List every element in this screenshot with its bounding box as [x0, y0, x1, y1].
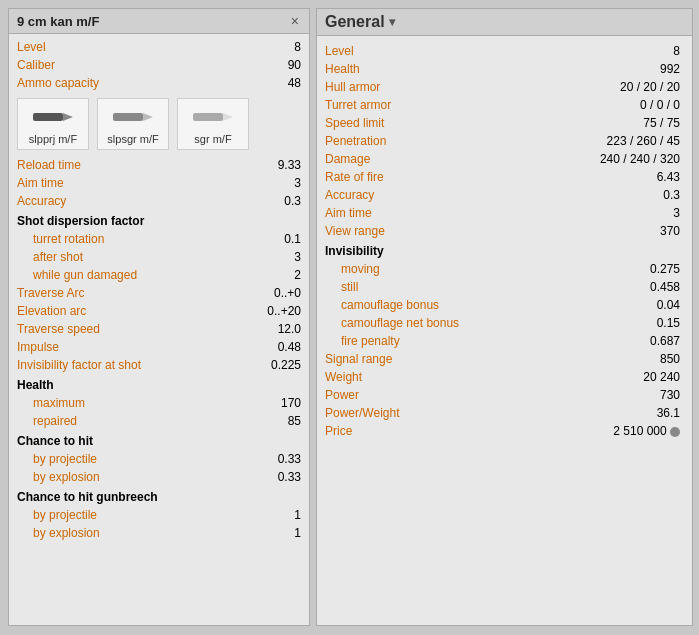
right-panel-header: General ▾ — [317, 9, 692, 36]
stat-value: 36.1 — [657, 406, 680, 420]
stat-row: Weight20 240 — [325, 368, 680, 386]
stat-row: Damage240 / 240 / 320 — [325, 150, 680, 168]
stat-row: Accuracy0.3 — [17, 192, 301, 210]
left-arc-stats: Traverse Arc0..+0Elevation arc0..+20Trav… — [17, 284, 301, 374]
stat-label: fire penalty — [341, 334, 400, 348]
stat-row: Signal range850 — [325, 350, 680, 368]
stat-row: maximum170 — [33, 394, 301, 412]
stat-label: Aim time — [17, 176, 64, 190]
stat-value: 223 / 260 / 45 — [607, 134, 680, 148]
stat-row: moving0.275 — [341, 260, 680, 278]
stat-row: Health992 — [325, 60, 680, 78]
stat-row: by projectile1 — [33, 506, 301, 524]
stat-row: by explosion0.33 — [33, 468, 301, 486]
stat-label: Weight — [325, 370, 362, 384]
stat-label: Impulse — [17, 340, 59, 354]
stat-value: 0..+0 — [274, 286, 301, 300]
stat-value: 370 — [660, 224, 680, 238]
stat-value: 170 — [281, 396, 301, 410]
ammo-name: slpprj m/F — [29, 133, 77, 145]
stat-value: 6.43 — [657, 170, 680, 184]
right-stats: Level8Health992Hull armor20 / 20 / 20Tur… — [325, 42, 680, 240]
stat-label: Power — [325, 388, 359, 402]
stat-label: View range — [325, 224, 385, 238]
stat-label: maximum — [33, 396, 85, 410]
stat-row: still0.458 — [341, 278, 680, 296]
ammo-icon — [109, 103, 157, 131]
stat-row: Hull armor20 / 20 / 20 — [325, 78, 680, 96]
stat-row: after shot3 — [33, 248, 301, 266]
stat-value: 0.33 — [278, 470, 301, 484]
stat-value: 0.3 — [663, 188, 680, 202]
stat-label: while gun damaged — [33, 268, 137, 282]
stat-value: 0.33 — [278, 452, 301, 466]
stat-label: Turret armor — [325, 98, 391, 112]
stat-row: View range370 — [325, 222, 680, 240]
stat-label: camouflage net bonus — [341, 316, 459, 330]
chance-hit-header: Chance to hit — [17, 434, 301, 448]
stat-label: Traverse Arc — [17, 286, 85, 300]
health-items: maximum170repaired85 — [17, 394, 301, 430]
svg-rect-0 — [33, 113, 63, 121]
stat-row: Impulse0.48 — [17, 338, 301, 356]
stat-value: 20 / 20 / 20 — [620, 80, 680, 94]
stat-row: Power/Weight36.1 — [325, 404, 680, 422]
stat-value: 0.275 — [650, 262, 680, 276]
close-button[interactable]: × — [289, 13, 301, 29]
stat-row: turret rotation0.1 — [33, 230, 301, 248]
stat-row: while gun damaged2 — [33, 266, 301, 284]
chance-hit-items: by projectile0.33by explosion0.33 — [17, 450, 301, 486]
left-panel: 9 cm kan m/F × Level8Caliber90Ammo capac… — [8, 8, 310, 626]
stat-label: Ammo capacity — [17, 76, 99, 90]
stat-value: 0.458 — [650, 280, 680, 294]
stat-value: 0 / 0 / 0 — [640, 98, 680, 112]
stat-label: Level — [17, 40, 46, 54]
right-bottom-stats: Signal range850Weight20 240Power730Power… — [325, 350, 680, 440]
stat-row: Ammo capacity48 — [17, 74, 301, 92]
left-panel-scroll: Level8Caliber90Ammo capacity48 slpprj m/… — [9, 34, 309, 625]
stat-value: 85 — [288, 414, 301, 428]
chance-gunbreech-items: by projectile1by explosion1 — [17, 506, 301, 542]
general-dropdown[interactable]: General ▾ — [325, 13, 395, 31]
ammo-item[interactable]: sgr m/F — [177, 98, 249, 150]
stat-row: Traverse Arc0..+0 — [17, 284, 301, 302]
stat-row: Traverse speed12.0 — [17, 320, 301, 338]
stat-value: 12.0 — [278, 322, 301, 336]
stat-label: Damage — [325, 152, 370, 166]
currency-icon — [670, 427, 680, 437]
stat-value: 0.687 — [650, 334, 680, 348]
stat-value: 3 — [294, 250, 301, 264]
stat-row: Rate of fire6.43 — [325, 168, 680, 186]
stat-row: by projectile0.33 — [33, 450, 301, 468]
stat-row: Aim time3 — [17, 174, 301, 192]
stat-label: Caliber — [17, 58, 55, 72]
svg-marker-1 — [63, 113, 73, 121]
stat-label: Power/Weight — [325, 406, 399, 420]
stat-row: by explosion1 — [33, 524, 301, 542]
stat-row: Caliber90 — [17, 56, 301, 74]
ammo-item[interactable]: slpsgr m/F — [97, 98, 169, 150]
stat-label: Level — [325, 44, 354, 58]
stat-row: Level8 — [17, 38, 301, 56]
stat-value: 850 — [660, 352, 680, 366]
stat-label: camouflage bonus — [341, 298, 439, 312]
svg-rect-4 — [193, 113, 223, 121]
stat-label: Speed limit — [325, 116, 384, 130]
stat-label: by explosion — [33, 470, 100, 484]
stat-label: Accuracy — [325, 188, 374, 202]
svg-marker-5 — [223, 113, 233, 121]
ammo-item[interactable]: slpprj m/F — [17, 98, 89, 150]
stat-label: repaired — [33, 414, 77, 428]
stat-row: Power730 — [325, 386, 680, 404]
svg-rect-2 — [113, 113, 143, 121]
stat-value: 9.33 — [278, 158, 301, 172]
stat-value: 8 — [673, 44, 680, 58]
general-label: General — [325, 13, 385, 31]
stat-label: after shot — [33, 250, 83, 264]
ammo-row: slpprj m/Fslpsgr m/Fsgr m/F — [17, 98, 301, 150]
stat-row: Level8 — [325, 42, 680, 60]
stat-value: 3 — [673, 206, 680, 220]
invisibility-header: Invisibility — [325, 244, 680, 258]
stat-value: 20 240 — [643, 370, 680, 384]
right-panel-scroll: Level8Health992Hull armor20 / 20 / 20Tur… — [317, 36, 692, 625]
